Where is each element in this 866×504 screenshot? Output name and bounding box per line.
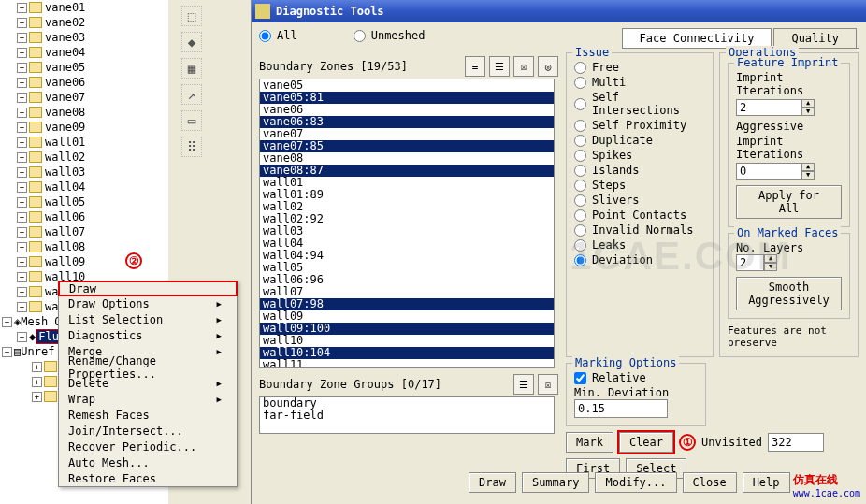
- arrow-icon[interactable]: ↗: [181, 84, 202, 105]
- tab-quality[interactable]: Quality: [773, 28, 857, 48]
- apply-for-all-button[interactable]: Apply for All: [736, 185, 842, 219]
- issue-islands[interactable]: Islands: [574, 164, 705, 177]
- issue-deviation[interactable]: Deviation: [574, 253, 705, 266]
- ctx-rename-change-properties-[interactable]: Rename/Change Properties...: [59, 359, 237, 375]
- ctx-diagnostics[interactable]: Diagnostics▶: [59, 327, 237, 343]
- plus-icon[interactable]: +: [17, 167, 27, 178]
- issue-self-intersections[interactable]: Self Intersections: [574, 91, 705, 117]
- tree-item[interactable]: + vane04: [0, 45, 168, 60]
- tab-face-connectivity[interactable]: Face Connectivity: [622, 28, 772, 48]
- minus-icon[interactable]: −: [2, 347, 12, 357]
- plus-icon[interactable]: +: [17, 272, 27, 282]
- plus-icon[interactable]: +: [17, 332, 27, 342]
- tree-item[interactable]: + vane07: [0, 90, 168, 105]
- issue-steps[interactable]: Steps: [574, 179, 705, 192]
- plus-icon[interactable]: +: [17, 302, 27, 312]
- list-item[interactable]: wall09:100: [260, 323, 554, 335]
- plus-icon[interactable]: +: [17, 108, 27, 118]
- plus-icon[interactable]: +: [17, 242, 27, 252]
- mark-button[interactable]: Mark: [566, 432, 613, 453]
- tree-item[interactable]: + vane06: [0, 75, 168, 90]
- relative-checkbox[interactable]: Relative: [574, 371, 698, 384]
- plus-icon[interactable]: +: [17, 3, 27, 13]
- ctx-wrap[interactable]: Wrap▶: [59, 391, 237, 407]
- layers-spin[interactable]: ▲▼: [736, 254, 777, 271]
- plus-icon[interactable]: +: [17, 137, 27, 148]
- plus-icon[interactable]: +: [17, 227, 27, 238]
- list-target-icon[interactable]: ◎: [538, 56, 558, 77]
- boundary-zone-groups-list[interactable]: boundaryfar-field: [259, 396, 555, 434]
- tree-item[interactable]: + wall07: [0, 224, 168, 239]
- tree-item[interactable]: + vane02: [0, 15, 168, 30]
- plus-icon[interactable]: +: [32, 362, 42, 372]
- list-item[interactable]: wall02:92: [260, 213, 554, 225]
- unvisited-input[interactable]: [768, 433, 824, 452]
- list-sort-icon[interactable]: ≡: [465, 56, 485, 77]
- plus-icon[interactable]: +: [17, 48, 27, 58]
- aggressive-iterations-spin[interactable]: ▲▼: [736, 163, 815, 180]
- issue-spikes[interactable]: Spikes: [574, 149, 705, 162]
- list-item[interactable]: vane05:81: [260, 92, 554, 104]
- list-item[interactable]: wall11: [260, 359, 554, 368]
- list-item[interactable]: wall06:96: [260, 274, 554, 286]
- issue-slivers[interactable]: Slivers: [574, 194, 705, 207]
- smooth-aggressively-button[interactable]: Smooth Aggressively: [736, 277, 842, 310]
- tree-item[interactable]: + wall05: [0, 194, 168, 209]
- ctx-auto-mesh-[interactable]: Auto Mesh...: [59, 454, 237, 470]
- plus-icon[interactable]: +: [17, 122, 27, 133]
- list-select-icon[interactable]: ☰: [489, 56, 510, 77]
- plus-icon[interactable]: +: [17, 287, 27, 297]
- issue-leaks[interactable]: Leaks: [574, 238, 705, 252]
- tree-item[interactable]: + vane09: [0, 120, 168, 135]
- modify-button[interactable]: Modify...: [595, 472, 676, 493]
- issue-invalid-normals[interactable]: Invalid Normals: [574, 223, 705, 237]
- context-menu[interactable]: Draw Draw Options▶ List Selection▶ Diagn…: [58, 281, 238, 487]
- grid-icon[interactable]: ▦: [181, 58, 202, 79]
- list-item[interactable]: wall07:98: [260, 298, 554, 310]
- boundary-zones-list[interactable]: vane05vane05:81vane06vane06:83vane07vane…: [259, 79, 555, 368]
- list-item[interactable]: wall03: [260, 225, 554, 238]
- list-item[interactable]: vane08:87: [260, 165, 554, 177]
- filter-all[interactable]: All: [259, 29, 297, 42]
- plus-icon[interactable]: +: [17, 257, 27, 267]
- list-deselect-icon[interactable]: ☒: [513, 56, 534, 77]
- help-button[interactable]: Help: [743, 472, 790, 493]
- dot-icon[interactable]: ⠿: [181, 137, 202, 157]
- ctx-remesh-faces[interactable]: Remesh Faces: [59, 407, 237, 423]
- issue-multi[interactable]: Multi: [574, 76, 705, 89]
- plus-icon[interactable]: +: [17, 93, 27, 103]
- issue-point-contacts[interactable]: Point Contacts: [574, 209, 705, 222]
- tree-item[interactable]: + vane08: [0, 105, 168, 120]
- imprint-iterations-spin[interactable]: ▲▼: [736, 99, 815, 116]
- ctx-recover-periodic-[interactable]: Recover Periodic...: [59, 439, 237, 454]
- tree-item[interactable]: + wall02: [0, 150, 168, 165]
- issue-duplicate[interactable]: Duplicate: [574, 134, 705, 147]
- tree-item[interactable]: + wall08: [0, 239, 168, 254]
- tree-item[interactable]: + vane03: [0, 30, 168, 45]
- tree-item[interactable]: + wall03: [0, 165, 168, 180]
- plus-icon[interactable]: +: [17, 152, 27, 163]
- box-icon[interactable]: ▭: [181, 110, 202, 131]
- draw-button[interactable]: Draw: [469, 472, 516, 493]
- close-button[interactable]: Close: [683, 472, 737, 493]
- list-select-icon[interactable]: ☰: [513, 374, 534, 395]
- min-deviation-input[interactable]: [574, 399, 668, 418]
- ctx-draw[interactable]: Draw: [58, 281, 238, 296]
- tree-item[interactable]: + vane05: [0, 60, 168, 75]
- filter-unmeshed[interactable]: Unmeshed: [354, 29, 426, 42]
- list-item[interactable]: wall10:104: [260, 347, 554, 359]
- plus-icon[interactable]: +: [17, 18, 27, 28]
- list-item[interactable]: vane06:83: [260, 116, 554, 128]
- ctx-list-selection[interactable]: List Selection▶: [59, 311, 237, 327]
- list-item[interactable]: far-field: [260, 410, 554, 422]
- plus-icon[interactable]: +: [17, 78, 27, 88]
- tree-item[interactable]: + wall01: [0, 135, 168, 150]
- list-item[interactable]: vane07:85: [260, 140, 554, 152]
- cube-wire-icon[interactable]: ⬚: [181, 6, 202, 26]
- tree-item[interactable]: + wall06: [0, 209, 168, 224]
- plus-icon[interactable]: +: [32, 377, 42, 387]
- list-item[interactable]: wall04:94: [260, 250, 554, 262]
- list-item[interactable]: wall01:89: [260, 189, 554, 201]
- issue-self-proximity[interactable]: Self Proximity: [574, 119, 705, 132]
- minus-icon[interactable]: −: [2, 317, 12, 327]
